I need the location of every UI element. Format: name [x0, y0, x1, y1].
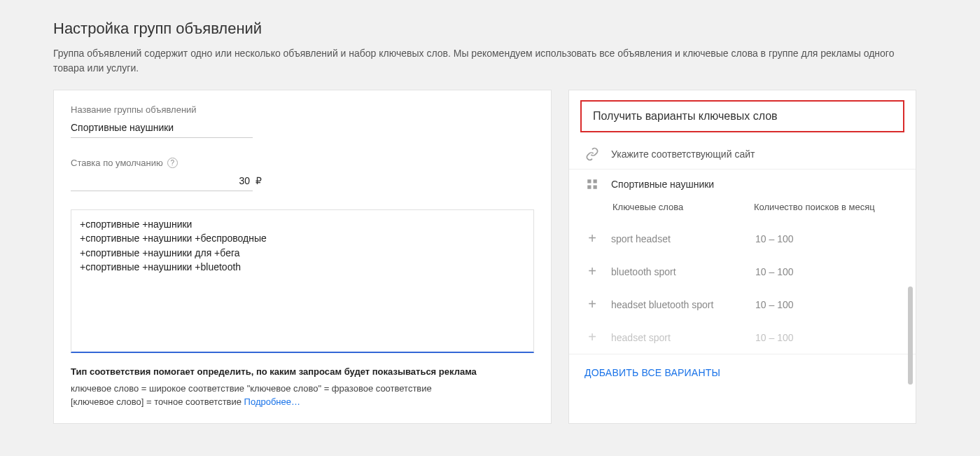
add-keyword-icon[interactable]: + [584, 329, 600, 345]
suggestion-name: headset bluetooth sport [611, 299, 744, 310]
default-bid-input[interactable] [71, 172, 253, 191]
help-icon[interactable]: ? [167, 158, 178, 168]
match-type-heading: Тип соответствия помогает определить, по… [71, 366, 534, 377]
group-name-label: Название группы объявлений [71, 104, 534, 115]
svg-rect-0 [587, 179, 591, 183]
learn-more-link[interactable]: Подробнее… [244, 396, 300, 407]
page-title: Настройка групп объявлений [53, 20, 927, 38]
add-keyword-icon[interactable]: + [584, 230, 600, 247]
suggestion-name: sport headset [611, 233, 744, 244]
site-input-row[interactable]: Укажите соответствующий сайт [569, 139, 916, 170]
suggestion-count: 10 – 100 [755, 299, 900, 310]
keyword-suggestions-card: Получить варианты ключевых слов Укажите … [568, 90, 916, 424]
add-keyword-icon[interactable]: + [584, 296, 600, 312]
product-name: Спортивные наушники [611, 179, 714, 190]
site-hint-text: Укажите соответствующий сайт [611, 148, 755, 160]
suggestion-row: + bluetooth sport 10 – 100 [584, 255, 900, 288]
default-bid-label-text: Ставка по умолчанию [71, 158, 163, 168]
suggestions-list: + sport headset 10 – 100 + bluetooth spo… [569, 222, 916, 354]
group-name-input[interactable] [71, 119, 253, 138]
suggestion-count: 10 – 100 [755, 332, 900, 343]
match-type-line2: [ключевое слово] = точное соответствие П… [71, 396, 534, 409]
col-keywords: Ключевые слова [612, 202, 746, 212]
scrollbar-thumb[interactable] [908, 286, 913, 385]
suggestion-row: + headset sport 10 – 100 [584, 321, 900, 354]
svg-rect-2 [587, 186, 591, 189]
suggestion-name: bluetooth sport [611, 266, 744, 277]
suggestion-name: headset sport [611, 332, 744, 343]
keywords-textarea[interactable] [71, 209, 534, 353]
add-keyword-icon[interactable]: + [584, 263, 600, 279]
grid-icon [584, 177, 600, 192]
suggestion-row: + sport headset 10 – 100 [584, 222, 900, 255]
currency-symbol: ₽ [255, 175, 262, 186]
suggestions-heading: Получить варианты ключевых слов [580, 100, 904, 132]
match-type-line1: ключевое слово = широкое соответствие "к… [71, 382, 534, 396]
suggestion-count: 10 – 100 [755, 233, 900, 244]
col-count: Количество поисков в месяц [754, 202, 900, 212]
add-all-button[interactable]: ДОБАВИТЬ ВСЕ ВАРИАНТЫ [569, 354, 916, 391]
default-bid-label: Ставка по умолчанию ? [71, 158, 534, 168]
link-icon [584, 146, 600, 162]
suggestion-row: + headset bluetooth sport 10 – 100 [584, 288, 900, 321]
svg-rect-1 [594, 179, 597, 183]
suggestions-table-header: Ключевые слова Количество поисков в меся… [569, 199, 916, 222]
product-row: Спортивные наушники [569, 170, 916, 199]
ad-group-card: Название группы объявлений Ставка по умо… [53, 90, 552, 424]
match-type-line2-prefix: [ключевое слово] = точное соответствие [71, 396, 244, 407]
suggestion-count: 10 – 100 [755, 266, 900, 277]
svg-rect-3 [594, 186, 597, 189]
page-subtitle: Группа объявлений содержит одно или неск… [53, 46, 907, 76]
